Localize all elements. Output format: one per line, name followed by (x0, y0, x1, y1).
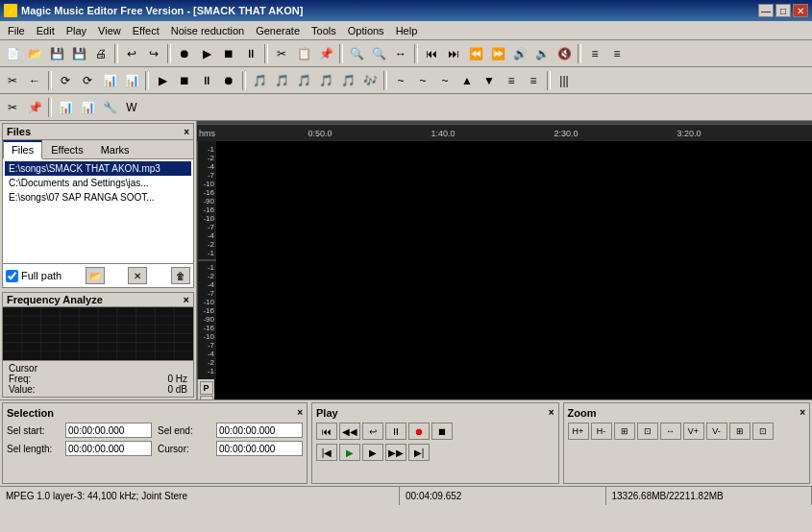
fullpath-checkbox-area[interactable]: Full path (6, 270, 62, 282)
sel-length-input[interactable] (65, 441, 152, 456)
zoom-in-h-btn[interactable]: H+ (568, 423, 589, 440)
folder-btn[interactable]: 📂 (86, 267, 105, 284)
zoom-fit-btn[interactable]: ↔ (390, 43, 411, 64)
t2-btn15[interactable]: 🎵 (337, 70, 358, 91)
menu-view[interactable]: View (92, 23, 127, 38)
t3-btn6[interactable]: W (121, 97, 142, 118)
t2-btn3[interactable]: ⟳ (55, 70, 76, 91)
stop-btn[interactable]: ⏹ (218, 43, 239, 64)
t2-btn10[interactable]: ⏺ (218, 70, 239, 91)
vol-up-btn[interactable]: 🔊 (509, 43, 530, 64)
zoom-sel-btn[interactable]: ⊡ (637, 423, 658, 440)
menu-play[interactable]: Play (61, 23, 92, 38)
t2-btn8[interactable]: ⏹ (174, 70, 195, 91)
open-btn[interactable]: 📂 (24, 43, 45, 64)
t2-btn4[interactable]: ⟳ (77, 70, 98, 91)
extra-btn2[interactable]: ≡ (606, 43, 627, 64)
save-btn[interactable]: 💾 (46, 43, 67, 64)
play-btn-end[interactable]: ▶| (408, 444, 430, 461)
t2-btn12[interactable]: 🎵 (271, 70, 292, 91)
menu-noise-reduction[interactable]: Noise reduction (165, 23, 250, 38)
menu-file[interactable]: File (2, 23, 31, 38)
menu-options[interactable]: Options (342, 23, 390, 38)
skip-start-btn[interactable]: ⏮ (421, 43, 442, 64)
zoom-in-v-btn[interactable]: V+ (683, 423, 704, 440)
t2-btn19[interactable]: ~ (434, 70, 455, 91)
print-btn[interactable]: 🖨 (90, 43, 111, 64)
delete-btn[interactable]: ✕ (128, 267, 147, 284)
t2-btn23[interactable]: ≡ (523, 70, 544, 91)
tab-marks[interactable]: Marks (92, 140, 138, 158)
t3-btn1[interactable]: ✂ (2, 97, 23, 118)
zoom-close[interactable]: × (800, 407, 805, 419)
mute-btn[interactable]: 🔇 (554, 43, 575, 64)
selection-close[interactable]: × (297, 407, 303, 419)
vol-down-btn[interactable]: 🔉 (531, 43, 553, 64)
cursor-input[interactable] (216, 441, 303, 456)
zoom-out-v-btn[interactable]: V- (706, 423, 727, 440)
menu-help[interactable]: Help (390, 23, 424, 38)
zoom-out-btn[interactable]: 🔍 (368, 43, 389, 64)
zoom-fit-h-btn[interactable]: ⊞ (614, 423, 635, 440)
close-button[interactable]: ✕ (793, 4, 808, 17)
menu-edit[interactable]: Edit (31, 23, 61, 38)
t2-btn22[interactable]: ≡ (501, 70, 522, 91)
play-btn-stop[interactable]: ⏹ (431, 423, 453, 440)
tab-files[interactable]: Files (3, 140, 42, 159)
t2-btn7[interactable]: ▶ (152, 70, 173, 91)
menu-tools[interactable]: Tools (306, 23, 342, 38)
play-btn-rewind[interactable]: ⏮ (316, 423, 337, 440)
rewind-btn[interactable]: ⏪ (465, 43, 486, 64)
file-item-2[interactable]: C:\Documents and Settings\jas... (5, 176, 191, 190)
t2-btn20[interactable]: ▲ (456, 70, 478, 91)
paste-btn[interactable]: 📌 (315, 43, 336, 64)
freq-panel-close[interactable]: × (184, 294, 189, 305)
play-btn-loop[interactable]: ↩ (362, 423, 383, 440)
t3-btn4[interactable]: 📊 (77, 97, 98, 118)
menu-effect[interactable]: Effect (127, 23, 165, 38)
t2-btn2[interactable]: ← (24, 70, 45, 91)
play-btn-prev[interactable]: |◀ (316, 444, 337, 461)
t3-btn3[interactable]: 📊 (55, 97, 76, 118)
undo-btn[interactable]: ↩ (121, 43, 142, 64)
t2-btn1[interactable]: ✂ (2, 70, 23, 91)
t2-btn5[interactable]: 📊 (99, 70, 120, 91)
file-item-3[interactable]: E:\songs\07 SAP RANGA SOOT... (5, 190, 191, 205)
t2-btn6[interactable]: 📊 (121, 70, 142, 91)
t2-btn21[interactable]: ▼ (479, 70, 500, 91)
t2-btn13[interactable]: 🎵 (293, 70, 314, 91)
sel-start-input[interactable] (65, 423, 152, 438)
play-close[interactable]: × (549, 407, 554, 419)
sel-end-input[interactable] (216, 423, 303, 438)
cut-btn[interactable]: ✂ (271, 43, 292, 64)
tab-effects[interactable]: Effects (42, 140, 91, 158)
waveform-area[interactable]: hms 0:50.0 1:40.0 2:30.0 3:20.0 -1 -2 -4… (197, 121, 812, 399)
fullpath-checkbox[interactable] (6, 270, 18, 282)
t2-btn16[interactable]: 🎶 (359, 70, 381, 91)
p-button[interactable]: P (200, 381, 213, 395)
t2-btn9[interactable]: ⏸ (196, 70, 217, 91)
play-btn-play2[interactable]: ▶ (362, 444, 383, 461)
x-button[interactable]: X (200, 396, 213, 399)
zoom-fit-v-btn[interactable]: ⊞ (729, 423, 750, 440)
redo-btn[interactable]: ↪ (143, 43, 164, 64)
t2-btn11[interactable]: 🎵 (249, 70, 270, 91)
forward-btn[interactable]: ⏩ (487, 43, 508, 64)
play-btn-record[interactable]: ⏺ (408, 423, 430, 440)
save-as-btn[interactable]: 💾 (68, 43, 89, 64)
play-btn-back[interactable]: ◀◀ (339, 423, 360, 440)
file-item-1[interactable]: E:\songs\SMACK THAT AKON.mp3 (5, 161, 191, 176)
play-btn-play[interactable]: ▶ (339, 444, 360, 461)
clear-btn[interactable]: 🗑 (171, 267, 190, 284)
copy-btn[interactable]: 📋 (293, 43, 314, 64)
skip-end-btn[interactable]: ⏭ (443, 43, 464, 64)
t2-btn14[interactable]: 🎵 (315, 70, 336, 91)
maximize-button[interactable]: □ (775, 4, 791, 17)
files-panel-close[interactable]: × (184, 127, 189, 137)
t2-btn24[interactable]: ||| (554, 70, 575, 91)
t2-btn18[interactable]: ~ (412, 70, 433, 91)
rec-btn[interactable]: ⏺ (174, 43, 195, 64)
new-btn[interactable]: 📄 (2, 43, 23, 64)
zoom-in-btn[interactable]: 🔍 (346, 43, 367, 64)
zoom-fit-all-btn[interactable]: ↔ (660, 423, 681, 440)
